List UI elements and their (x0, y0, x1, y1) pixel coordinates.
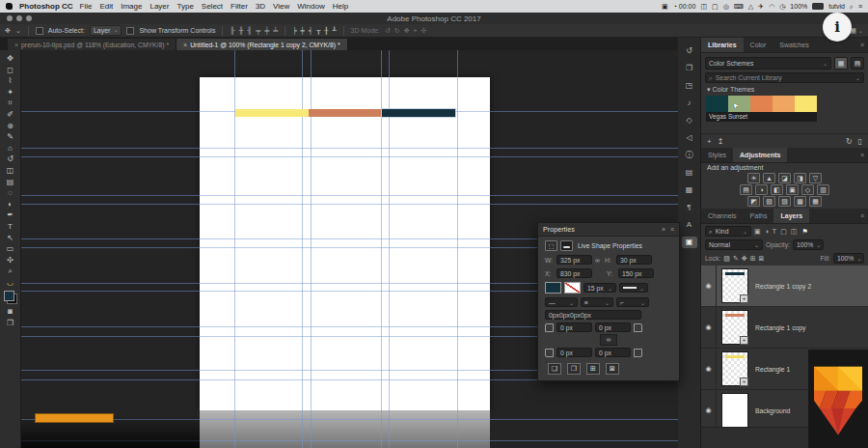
adjustment-icon[interactable]: ◑ (755, 184, 768, 195)
lock-icon[interactable]: ✥ (742, 255, 747, 263)
adjustment-icon[interactable]: ▣ (786, 184, 799, 195)
adjustment-icon[interactable]: ◨ (794, 173, 806, 183)
stroke-color-swatch[interactable] (564, 282, 581, 294)
eraser-tool[interactable]: ◫ (0, 165, 20, 177)
align-icon[interactable]: ╤ (256, 27, 260, 34)
layer-filter-dropdown[interactable]: ⌕ Kind ⌄ (705, 226, 751, 237)
adjustment-icon[interactable]: ▦ (809, 196, 822, 207)
library-search-input[interactable]: ⌕ Search Current Library ⌄ (705, 72, 864, 83)
time-machine-icon[interactable]: ◎ (723, 3, 729, 11)
device-preview-panel-icon[interactable]: ◇ (682, 115, 697, 126)
document-tab-1[interactable]: ×prerun-10-tips.psd @ 118% (Education, C… (8, 39, 176, 50)
clock-icon[interactable]: ◷ (779, 3, 785, 11)
opacity-dropdown[interactable]: 100% ⌄ (793, 239, 824, 250)
align-icon[interactable]: ╪ (264, 27, 269, 34)
x-field[interactable]: 830 px (556, 268, 592, 278)
y-field[interactable]: 150 px (618, 268, 654, 278)
hand-tool[interactable]: ✣ (0, 255, 20, 266)
lock-icon[interactable]: ⊞ (750, 255, 756, 263)
rectangle-tool[interactable]: ▭ (0, 243, 20, 255)
crop-tool[interactable]: ⌗ (0, 98, 20, 109)
distribute-icon[interactable]: ┿ (300, 27, 304, 35)
radius-bottom-left-field[interactable]: 0 px (556, 348, 592, 357)
spotlight-icon[interactable]: ⌕ (850, 3, 854, 11)
layer-filter-icon[interactable]: ▣ (754, 228, 761, 236)
tool-preset-caret-icon[interactable]: ⌄ (15, 27, 21, 35)
theme-swatch-4[interactable] (773, 96, 795, 112)
workspace-switcher[interactable]: ▦ ⌄ (850, 27, 863, 35)
visibility-eye-icon[interactable]: ◉ (701, 390, 717, 431)
pathfinder-icon[interactable]: ⊞ (586, 363, 600, 375)
adjustment-icon[interactable]: ☀ (747, 173, 760, 183)
link-radius-icon[interactable]: ∞ (600, 334, 617, 346)
transform-section-icon[interactable]: ⬚ (545, 240, 557, 251)
shape-properties-icon[interactable]: ▬ (560, 240, 573, 251)
grid-view-icon[interactable]: ▦ (834, 57, 848, 70)
menu-item-type[interactable]: Type (176, 2, 193, 11)
layer-thumbnail[interactable]: + (721, 310, 748, 345)
edit-toolbar-icon[interactable]: ◡ (0, 277, 20, 289)
screen-record-icon[interactable]: ▣ (662, 3, 668, 11)
airplane-icon[interactable]: ✈ (758, 3, 764, 11)
navigator-panel-icon[interactable]: ◁ (682, 132, 697, 144)
panel-tab-styles[interactable]: Styles (701, 148, 733, 162)
3d-panel-icon[interactable]: ◳ (682, 80, 697, 92)
adjustment-icon[interactable]: ▨ (778, 196, 791, 207)
blur-tool[interactable]: ◌ (0, 187, 20, 199)
adjustment-icon[interactable]: ▲ (763, 173, 775, 183)
healing-brush-tool[interactable]: ⊕ (0, 121, 20, 132)
align-icon[interactable]: ╧ (273, 27, 278, 34)
menu-item-filter[interactable]: Filter (231, 2, 248, 11)
panel-tab-libraries[interactable]: Libraries (701, 38, 744, 52)
visibility-eye-icon[interactable]: ◉ (701, 266, 717, 306)
close-tab-icon[interactable]: × (14, 42, 18, 48)
fill-color-swatch[interactable] (545, 282, 561, 294)
color-themes-section-header[interactable]: ▾ Color Themes (707, 86, 754, 94)
align-icon[interactable]: ╟ (230, 27, 234, 34)
document-canvas[interactable] (200, 77, 490, 410)
add-library-item-icon[interactable]: + (707, 137, 712, 146)
horizontal-guide[interactable] (21, 204, 678, 205)
history-panel-icon[interactable]: ↺ (682, 45, 697, 57)
adjustment-icon[interactable]: ◪ (778, 173, 791, 183)
distribute-icon[interactable]: ┥ (309, 27, 312, 35)
library-select-dropdown[interactable]: Color Schemes ⌄ (705, 57, 831, 70)
display-icon[interactable]: ▢ (712, 3, 719, 11)
move-tool[interactable]: ✥ (0, 53, 20, 65)
theme-swatch-3[interactable] (750, 96, 773, 112)
users-icon[interactable]: ◫ (700, 3, 707, 11)
panel-tab-channels[interactable]: Channels (701, 209, 744, 223)
distribute-icon[interactable]: ┰ (316, 27, 320, 35)
layer-filter-icon[interactable]: ▢ (780, 228, 787, 236)
brush-tool[interactable]: ✎ (0, 131, 20, 143)
delete-library-item-icon[interactable]: ▯ (858, 137, 862, 146)
panel-menu-icon[interactable]: ≡ (860, 209, 868, 223)
app-menu-title[interactable]: Photoshop CC (19, 2, 73, 11)
stroke-option-dropdown[interactable]: ≡⌄ (581, 297, 613, 307)
pathfinder-icon[interactable]: ⊠ (606, 363, 619, 375)
adjustment-icon[interactable]: ◧ (771, 184, 783, 195)
radius-top-right-field[interactable]: 0 px (595, 322, 631, 332)
panel-menu-icon[interactable]: ≡ (860, 38, 868, 52)
screen-mode-icon[interactable]: ❐ (0, 318, 20, 329)
histogram-panel-icon[interactable]: ▤ (682, 167, 697, 179)
vertical-guide[interactable] (457, 50, 458, 448)
pathfinder-icon[interactable]: ❐ (567, 363, 581, 375)
info-panel-icon[interactable]: ⓘ (682, 150, 697, 161)
width-field[interactable]: 325 px (556, 255, 592, 265)
apple-menu-icon[interactable] (6, 3, 13, 10)
menu-item-layer[interactable]: Layer (149, 2, 169, 11)
airplay-icon[interactable]: △ (748, 3, 753, 11)
clone-stamp-tool[interactable]: ⌂ (0, 143, 20, 154)
quick-selection-tool[interactable]: ✦ (0, 87, 20, 98)
3d-mode-icon[interactable]: ↻ (394, 27, 400, 35)
lasso-tool[interactable]: ⌇ (0, 75, 20, 87)
layer-row-2[interactable]: ◉+Rectangle 1 copy (701, 307, 868, 349)
blend-mode-dropdown[interactable]: Normal ⌄ (705, 239, 763, 250)
document-gray-section[interactable] (200, 410, 490, 448)
dodge-tool[interactable]: ◐ (0, 199, 20, 210)
3d-mode-icon[interactable]: ⌖ (414, 27, 418, 35)
properties-panel-icon[interactable]: ▣ (682, 237, 697, 248)
radius-top-left-field[interactable]: 0 px (556, 322, 592, 332)
type-tool[interactable]: T (0, 221, 20, 233)
